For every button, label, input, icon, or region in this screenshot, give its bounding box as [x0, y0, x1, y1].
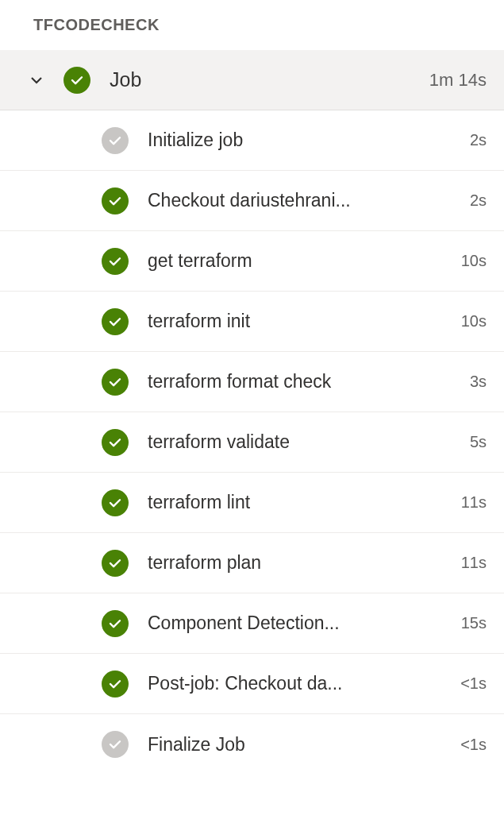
step-label: Component Detection... — [148, 613, 461, 634]
step-duration: 5s — [470, 433, 487, 451]
status-success-icon — [102, 429, 129, 456]
step-label: terraform lint — [148, 492, 461, 513]
status-success-icon — [102, 187, 129, 214]
status-success-icon — [102, 489, 129, 516]
step-row[interactable]: Initialize job2s — [0, 110, 504, 171]
step-duration: 3s — [470, 373, 487, 391]
stage-title: TFCODECHECK — [0, 0, 504, 50]
step-label: Initialize job — [148, 129, 470, 151]
chevron-down-icon[interactable] — [22, 71, 51, 90]
step-duration: 11s — [461, 554, 487, 572]
step-duration: 10s — [461, 312, 487, 330]
pipeline-run-panel: TFCODECHECK Job 1m 14s Initialize job2sC… — [0, 0, 504, 775]
step-row[interactable]: Finalize Job<1s — [0, 714, 504, 775]
step-row[interactable]: Post-job: Checkout da...<1s — [0, 654, 504, 714]
status-success-icon — [102, 248, 129, 275]
step-duration: 10s — [461, 252, 487, 270]
step-label: get terraform — [148, 250, 461, 272]
step-duration: 15s — [461, 614, 487, 632]
step-row[interactable]: terraform format check3s — [0, 352, 504, 412]
step-duration: <1s — [460, 674, 487, 693]
status-success-icon — [102, 369, 129, 396]
step-duration: <1s — [460, 736, 487, 754]
step-duration: 11s — [461, 493, 487, 512]
status-success-icon — [102, 308, 129, 335]
job-label: Job — [110, 68, 429, 91]
step-label: terraform format check — [148, 371, 470, 392]
step-row[interactable]: Component Detection...15s — [0, 593, 504, 654]
step-label: terraform validate — [148, 431, 470, 453]
steps-list: Initialize job2sCheckout dariustehrani..… — [0, 110, 504, 775]
step-row[interactable]: Checkout dariustehrani...2s — [0, 171, 504, 231]
step-row[interactable]: get terraform10s — [0, 231, 504, 292]
status-neutral-icon — [102, 731, 129, 758]
step-row[interactable]: terraform lint11s — [0, 473, 504, 533]
step-row[interactable]: terraform validate5s — [0, 412, 504, 473]
step-label: Finalize Job — [148, 734, 460, 756]
status-neutral-icon — [102, 127, 129, 154]
status-success-icon — [102, 610, 129, 637]
status-success-icon — [102, 550, 129, 577]
step-duration: 2s — [470, 131, 487, 149]
step-label: terraform plan — [148, 552, 461, 574]
job-row[interactable]: Job 1m 14s — [0, 50, 504, 110]
step-label: Post-job: Checkout da... — [148, 673, 460, 694]
status-success-icon — [63, 67, 90, 94]
job-duration: 1m 14s — [429, 70, 487, 91]
step-label: terraform init — [148, 311, 461, 332]
step-row[interactable]: terraform init10s — [0, 292, 504, 352]
step-row[interactable]: terraform plan11s — [0, 533, 504, 593]
step-label: Checkout dariustehrani... — [148, 190, 470, 211]
status-success-icon — [102, 670, 129, 698]
step-duration: 2s — [470, 191, 487, 210]
